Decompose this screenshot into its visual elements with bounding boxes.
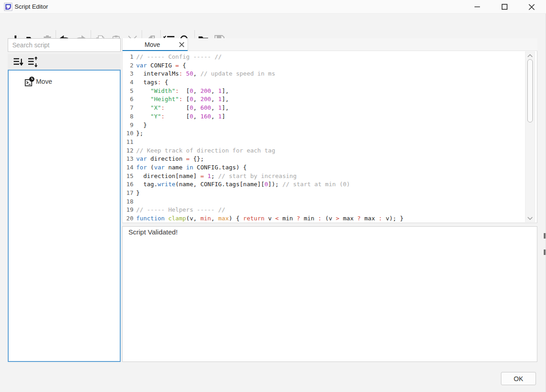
scrollbar-thumb[interactable] — [527, 59, 533, 122]
sort-descending-button[interactable] — [12, 56, 24, 68]
toolbar — [0, 14, 546, 37]
minimize-icon — [474, 4, 480, 10]
validation-message: Script Validated! — [128, 228, 178, 236]
chevron-up-icon — [527, 54, 533, 57]
search-input[interactable] — [8, 38, 121, 52]
maximize-button[interactable] — [495, 0, 514, 14]
tab-label: Move — [122, 41, 176, 48]
script-tree[interactable]: Move — [8, 70, 121, 362]
tree-item-label: Move — [36, 78, 52, 85]
scroll-up-button[interactable] — [526, 52, 535, 59]
tab-close-icon — [179, 42, 184, 47]
tab-close-button[interactable] — [176, 38, 188, 51]
code-lines: 1// ----- Config ----- //2var CONFIG = {… — [122, 53, 403, 223]
tab-bar: Move — [122, 38, 537, 51]
maximize-icon — [501, 4, 508, 10]
title-bar: Script Editor — [0, 0, 546, 14]
code-editor[interactable]: 1// ----- Config ----- //2var CONFIG = {… — [122, 51, 537, 223]
window-title: Script Editor — [15, 0, 48, 14]
minimize-button[interactable] — [468, 0, 487, 14]
chevron-down-icon — [527, 217, 533, 220]
sort-updown-icon — [27, 56, 38, 67]
sort-down-icon — [13, 56, 24, 67]
validation-output-panel: Script Validated! — [122, 226, 537, 362]
scroll-down-button[interactable] — [526, 214, 535, 222]
script-editor-window: Script Editor — [0, 0, 546, 392]
window-edge-grip — [544, 233, 546, 239]
timer-script-icon — [24, 76, 35, 87]
ok-button[interactable]: OK — [501, 372, 536, 385]
editor-vertical-scrollbar[interactable] — [525, 51, 535, 222]
tree-item-move[interactable]: Move — [24, 76, 52, 87]
tab-move[interactable]: Move — [122, 38, 188, 51]
close-button[interactable] — [522, 0, 541, 14]
close-icon — [528, 4, 535, 10]
sort-bar — [8, 54, 121, 70]
sort-toggle-button[interactable] — [27, 56, 39, 68]
app-logo-icon — [4, 3, 12, 11]
window-edge-grip — [544, 249, 546, 255]
